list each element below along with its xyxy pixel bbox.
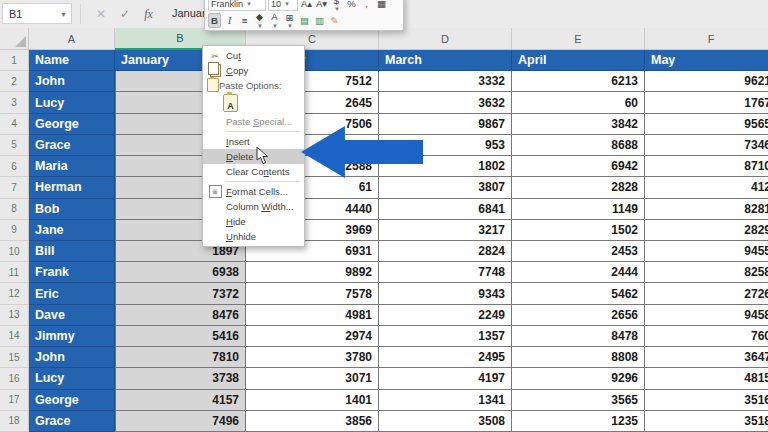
menu-item-delete[interactable]: Delete [203, 149, 304, 164]
row-header-14[interactable]: 14 [0, 326, 29, 347]
cell-F12[interactable]: 2726 [645, 283, 768, 304]
percent-style-icon[interactable]: % [345, 0, 358, 11]
menu-item-format-cells[interactable]: ≣Format Cells... [203, 184, 304, 199]
cell-E7[interactable]: 2828 [512, 177, 645, 198]
cell-E15[interactable]: 8808 [512, 347, 645, 368]
cell-F18[interactable]: 3518 [645, 411, 768, 432]
menu-item-column-width[interactable]: Column Width... [203, 199, 304, 214]
name-box-dropdown-icon[interactable]: ▼ [60, 11, 67, 18]
cell-A5[interactable]: Grace [29, 135, 115, 156]
cell-A14[interactable]: Jimmy [29, 326, 115, 347]
cell-A2[interactable]: John [29, 71, 115, 92]
cell-C14[interactable]: 2974 [246, 326, 379, 347]
cell-F4[interactable]: 9565 [645, 114, 768, 135]
accounting-format-icon[interactable]: $▼ [330, 0, 343, 11]
cell-B12[interactable]: 7372 [115, 283, 246, 304]
cell-A1[interactable]: Name [29, 50, 115, 71]
cell-A8[interactable]: Bob [29, 199, 115, 220]
cell-F8[interactable]: 8281 [645, 199, 768, 220]
column-header-D[interactable]: D [379, 28, 512, 50]
name-box[interactable]: B1 ▼ [2, 3, 72, 24]
cell-F7[interactable]: 412 [645, 177, 768, 198]
row-header-4[interactable]: 4 [0, 114, 29, 135]
enter-icon[interactable]: ✓ [120, 7, 130, 21]
menu-item-paste-special[interactable]: Paste Special... [203, 114, 304, 129]
row-header-8[interactable]: 8 [0, 199, 29, 220]
align-center-button[interactable]: ≡ [238, 13, 251, 28]
cell-F13[interactable]: 9458 [645, 305, 768, 326]
menu-item-insert[interactable]: Insert [203, 134, 304, 149]
cell-D14[interactable]: 1357 [379, 326, 512, 347]
column-header-A[interactable]: A [29, 28, 115, 50]
cell-F11[interactable]: 8258 [645, 262, 768, 283]
cell-E1[interactable]: April [512, 50, 645, 71]
cell-D1[interactable]: March [379, 50, 512, 71]
cell-D12[interactable]: 9343 [379, 283, 512, 304]
cell-F17[interactable]: 3516 [645, 390, 768, 411]
cell-A10[interactable]: Bill [29, 241, 115, 262]
row-header-6[interactable]: 6 [0, 156, 29, 177]
cell-D2[interactable]: 3332 [379, 71, 512, 92]
cell-E17[interactable]: 3565 [512, 390, 645, 411]
cell-F5[interactable]: 7346 [645, 135, 768, 156]
cell-B11[interactable]: 6938 [115, 262, 246, 283]
cell-F16[interactable]: 4815 [645, 368, 768, 389]
cell-C16[interactable]: 3071 [246, 368, 379, 389]
cell-E16[interactable]: 9296 [512, 368, 645, 389]
cell-D4[interactable]: 9867 [379, 114, 512, 135]
cell-F10[interactable]: 9455 [645, 241, 768, 262]
cell-D13[interactable]: 2249 [379, 305, 512, 326]
cell-E9[interactable]: 1502 [512, 220, 645, 241]
cell-E2[interactable]: 6213 [512, 71, 645, 92]
row-header-7[interactable]: 7 [0, 177, 29, 198]
row-header-12[interactable]: 12 [0, 283, 29, 304]
fill-color-button[interactable]: ◆▼ [253, 13, 266, 28]
row-header-3[interactable]: 3 [0, 92, 29, 113]
bold-button[interactable]: B [208, 13, 221, 28]
column-header-F[interactable]: F [645, 28, 768, 50]
cell-D15[interactable]: 2495 [379, 347, 512, 368]
insert-cells-icon[interactable]: ▤ [298, 13, 311, 28]
cell-C17[interactable]: 1401 [246, 390, 379, 411]
font-size-select[interactable]: 10 ▼ [268, 0, 298, 11]
font-name-select[interactable]: Franklin ▼ [208, 0, 266, 11]
cell-E3[interactable]: 60 [512, 92, 645, 113]
row-header-13[interactable]: 13 [0, 305, 29, 326]
cell-D16[interactable]: 4197 [379, 368, 512, 389]
cell-E14[interactable]: 8478 [512, 326, 645, 347]
cancel-icon[interactable]: ✕ [96, 7, 106, 21]
cell-E10[interactable]: 2453 [512, 241, 645, 262]
cell-A17[interactable]: George [29, 390, 115, 411]
borders-button[interactable]: ⊞▼ [283, 13, 296, 28]
row-header-16[interactable]: 16 [0, 368, 29, 389]
cell-F14[interactable]: 760 [645, 326, 768, 347]
font-color-button[interactable]: A▼ [268, 13, 281, 28]
cell-D8[interactable]: 6841 [379, 199, 512, 220]
row-header-9[interactable]: 9 [0, 220, 29, 241]
decrease-font-icon[interactable]: A▾ [315, 0, 328, 11]
row-header-15[interactable]: 15 [0, 347, 29, 368]
increase-font-icon[interactable]: A▴ [300, 0, 313, 11]
cell-F3[interactable]: 1767 [645, 92, 768, 113]
cell-C18[interactable]: 3856 [246, 411, 379, 432]
row-header-10[interactable]: 10 [0, 241, 29, 262]
cell-B18[interactable]: 7496 [115, 411, 246, 432]
cell-A15[interactable]: John [29, 347, 115, 368]
cell-B15[interactable]: 7810 [115, 347, 246, 368]
delete-cells-icon[interactable]: ▥ [313, 13, 326, 28]
cell-D9[interactable]: 3217 [379, 220, 512, 241]
menu-item-cut[interactable]: ✂Cut [203, 48, 304, 63]
cell-A9[interactable]: Jane [29, 220, 115, 241]
cell-C12[interactable]: 7578 [246, 283, 379, 304]
italic-button[interactable]: I [223, 13, 236, 28]
cell-F2[interactable]: 9621 [645, 71, 768, 92]
column-header-E[interactable]: E [512, 28, 645, 50]
cell-E5[interactable]: 8688 [512, 135, 645, 156]
cell-A3[interactable]: Lucy [29, 92, 115, 113]
insert-function-icon[interactable]: fx [144, 7, 153, 22]
cell-D18[interactable]: 3508 [379, 411, 512, 432]
cell-F6[interactable]: 8710 [645, 156, 768, 177]
cell-E8[interactable]: 1149 [512, 199, 645, 220]
cell-D3[interactable]: 3632 [379, 92, 512, 113]
menu-item-hide[interactable]: Hide [203, 214, 304, 229]
